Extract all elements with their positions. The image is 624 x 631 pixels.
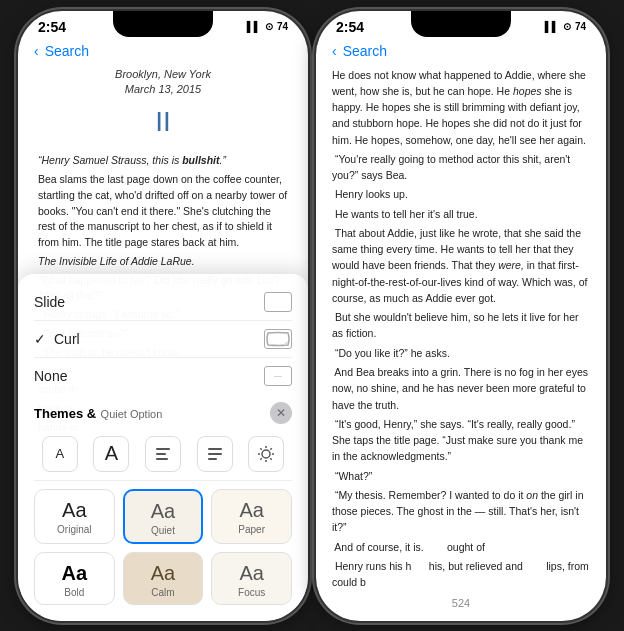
themes-title-text: Themes & <box>34 406 96 421</box>
back-arrow-icon: ‹ <box>34 43 39 59</box>
theme-original-label: Original <box>57 524 91 535</box>
slide-option-curl[interactable]: ✓ Curl <box>34 321 292 358</box>
status-bar-right: 2:54 ▌▌ ⊙ 74 <box>316 11 606 39</box>
slide-options: Slide ✓ Curl <box>18 284 308 402</box>
theme-paper-label: Paper <box>238 524 265 535</box>
slide-option-none[interactable]: None — <box>34 358 292 394</box>
svg-point-6 <box>262 450 270 458</box>
status-time-left: 2:54 <box>38 19 66 35</box>
signal-icon: ▌▌ <box>247 21 261 32</box>
chapter-number: II <box>38 101 288 143</box>
notch-right <box>411 11 511 37</box>
battery-icon-right: 74 <box>575 21 586 32</box>
svg-line-12 <box>270 458 271 459</box>
theme-bold[interactable]: Aa Bold <box>34 552 115 605</box>
slide-option-slide[interactable]: Slide <box>34 284 292 321</box>
svg-rect-3 <box>208 448 222 450</box>
theme-calm-aa: Aa <box>151 563 175 583</box>
svg-rect-1 <box>156 453 166 455</box>
page-number: 524 <box>316 593 606 613</box>
book-title-area: Brooklyn, New YorkMarch 13, 2015 II <box>38 67 288 144</box>
status-bar-left: 2:54 ▌▌ ⊙ 74 <box>18 11 308 39</box>
status-icons-right: ▌▌ ⊙ 74 <box>545 21 586 32</box>
search-label-left: Search <box>45 43 89 59</box>
none-icon: — <box>264 366 292 386</box>
svg-line-14 <box>260 458 261 459</box>
search-label-right: Search <box>343 43 387 59</box>
slide-label: Slide <box>34 294 65 310</box>
book-content-right: He does not know what happened to Addie,… <box>316 67 606 597</box>
font-controls: A A <box>34 430 292 481</box>
search-bar-left[interactable]: ‹ Search <box>18 39 308 67</box>
theme-paper-aa: Aa <box>239 500 263 520</box>
curl-icon <box>264 329 292 349</box>
decrease-font-button[interactable]: A <box>42 436 78 472</box>
back-arrow-icon-right: ‹ <box>332 43 337 59</box>
svg-line-11 <box>260 448 261 449</box>
themes-title: Themes & Quiet Option <box>34 404 162 422</box>
svg-rect-4 <box>208 453 222 455</box>
svg-rect-0 <box>156 448 170 450</box>
book-location: Brooklyn, New YorkMarch 13, 2015 <box>38 67 288 98</box>
battery-icon: 74 <box>277 21 288 32</box>
overlay-panel: Slide ✓ Curl <box>18 274 308 621</box>
slide-icon-right <box>264 292 292 312</box>
theme-focus-label: Focus <box>238 587 265 598</box>
theme-original-aa: Aa <box>62 500 86 520</box>
notch <box>113 11 213 37</box>
status-time-right: 2:54 <box>336 19 364 35</box>
theme-quiet[interactable]: Aa Quiet <box>123 489 204 544</box>
themes-section: Themes & Quiet Option ✕ A A <box>18 402 308 613</box>
theme-calm-label: Calm <box>151 587 174 598</box>
none-label: None <box>34 368 67 384</box>
theme-quiet-label: Quiet <box>151 525 175 536</box>
signal-icon-right: ▌▌ <box>545 21 559 32</box>
left-phone: 2:54 ▌▌ ⊙ 74 ‹ Search Brooklyn, New York… <box>18 11 308 621</box>
curl-label: Curl <box>54 331 80 347</box>
theme-focus[interactable]: Aa Focus <box>211 552 292 605</box>
brightness-button[interactable] <box>248 436 284 472</box>
quiet-option-text: Quiet Option <box>101 408 163 420</box>
theme-quiet-aa: Aa <box>151 501 175 521</box>
text-align-button[interactable] <box>197 436 233 472</box>
wifi-icon-right: ⊙ <box>563 21 571 32</box>
close-button[interactable]: ✕ <box>270 402 292 424</box>
svg-rect-2 <box>156 458 168 460</box>
svg-line-13 <box>270 448 271 449</box>
theme-bold-aa: Aa <box>62 563 88 583</box>
search-bar-right[interactable]: ‹ Search <box>316 39 606 67</box>
wifi-icon: ⊙ <box>265 21 273 32</box>
status-icons-left: ▌▌ ⊙ 74 <box>247 21 288 32</box>
font-style-button[interactable] <box>145 436 181 472</box>
themes-header: Themes & Quiet Option ✕ <box>34 402 292 424</box>
theme-focus-aa: Aa <box>239 563 263 583</box>
checkmark-icon: ✓ <box>34 331 46 347</box>
theme-calm[interactable]: Aa Calm <box>123 552 204 605</box>
theme-original[interactable]: Aa Original <box>34 489 115 544</box>
theme-bold-label: Bold <box>64 587 84 598</box>
right-phone: 2:54 ▌▌ ⊙ 74 ‹ Search He does not know w… <box>316 11 606 621</box>
increase-font-button[interactable]: A <box>93 436 129 472</box>
theme-paper[interactable]: Aa Paper <box>211 489 292 544</box>
svg-rect-5 <box>208 458 217 460</box>
theme-grid: Aa Original Aa Quiet Aa Paper Aa Bold <box>34 489 292 613</box>
